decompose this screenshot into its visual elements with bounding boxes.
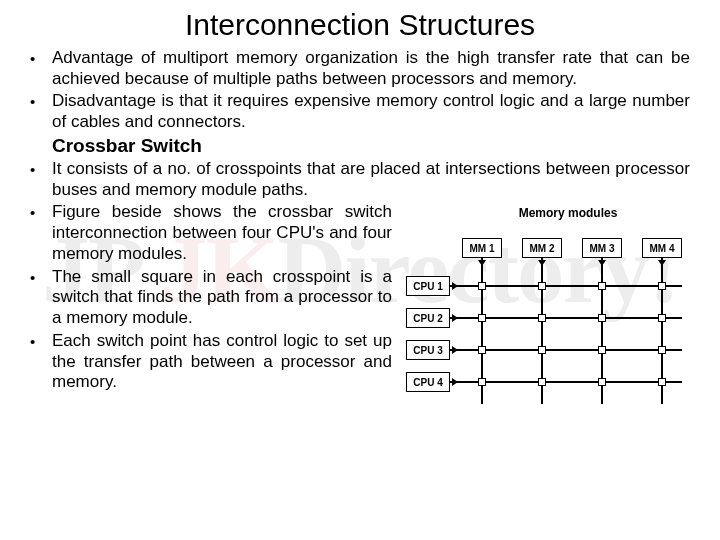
crosspoint-icon — [478, 282, 486, 290]
list-text: Figure beside shows the crossbar switch … — [52, 202, 392, 264]
arrow-right-icon — [452, 346, 458, 354]
list-text: The small square in each crosspoint is a… — [52, 267, 392, 329]
crosspoint-icon — [598, 314, 606, 322]
list-item: •Disadvantage is that it requires expens… — [30, 91, 690, 132]
list-item: •The small square in each crosspoint is … — [30, 267, 392, 329]
list-item: •Figure beside shows the crossbar switch… — [30, 202, 392, 264]
page-title: Interconnection Structures — [30, 8, 690, 42]
crossbar-subheading: Crossbar Switch — [52, 135, 690, 157]
cpu-label: CPU 3 — [406, 340, 450, 360]
crosspoint-icon — [538, 378, 546, 386]
list-text: It consists of a no. of crosspoints that… — [52, 159, 690, 200]
body-list: •Advantage of multiport memory organizat… — [30, 48, 690, 133]
arrow-down-icon — [598, 260, 606, 266]
cpu-label: CPU 1 — [406, 276, 450, 296]
list-text: Each switch point has control logic to s… — [52, 331, 392, 393]
mm-label: MM 1 — [462, 238, 502, 258]
arrow-down-icon — [538, 260, 546, 266]
crosspoint-icon — [658, 378, 666, 386]
arrow-right-icon — [452, 282, 458, 290]
bullet-icon: • — [30, 48, 52, 89]
list-item: •Advantage of multiport memory organizat… — [30, 48, 690, 89]
crosspoint-icon — [658, 346, 666, 354]
arrow-down-icon — [478, 260, 486, 266]
list-item: •It consists of a no. of crosspoints tha… — [30, 159, 690, 200]
bullet-icon: • — [30, 267, 52, 329]
crosspoint-icon — [538, 282, 546, 290]
crosspoint-icon — [478, 314, 486, 322]
body-list-2: •It consists of a no. of crosspoints tha… — [30, 159, 690, 200]
body-list-3: •Figure beside shows the crossbar switch… — [30, 202, 392, 393]
list-item: •Each switch point has control logic to … — [30, 331, 392, 393]
arrow-down-icon — [658, 260, 666, 266]
crosspoint-icon — [538, 346, 546, 354]
mm-label: MM 4 — [642, 238, 682, 258]
crosspoint-icon — [478, 346, 486, 354]
arrow-right-icon — [452, 314, 458, 322]
bullet-icon: • — [30, 331, 52, 393]
crosspoint-icon — [538, 314, 546, 322]
arrow-right-icon — [452, 378, 458, 386]
crosspoint-icon — [598, 378, 606, 386]
cpu-label: CPU 2 — [406, 308, 450, 328]
bullet-icon: • — [30, 202, 52, 264]
crosspoint-icon — [658, 282, 666, 290]
crosspoint-icon — [598, 282, 606, 290]
crossbar-diagram: Memory modules MM 1 MM 2 MM 3 MM 4 CPU 1… — [402, 202, 690, 404]
slide: JP JKDirectory! Interconnection Structur… — [0, 0, 720, 540]
mm-label: MM 2 — [522, 238, 562, 258]
cpu-label: CPU 4 — [406, 372, 450, 392]
list-text: Disadvantage is that it requires expensi… — [52, 91, 690, 132]
bullet-icon: • — [30, 159, 52, 200]
crosspoint-icon — [598, 346, 606, 354]
crosspoint-icon — [658, 314, 666, 322]
diagram-caption: Memory modules — [402, 206, 690, 220]
list-text: Advantage of multiport memory organizati… — [52, 48, 690, 89]
bullet-icon: • — [30, 91, 52, 132]
mm-label: MM 3 — [582, 238, 622, 258]
crosspoint-icon — [478, 378, 486, 386]
